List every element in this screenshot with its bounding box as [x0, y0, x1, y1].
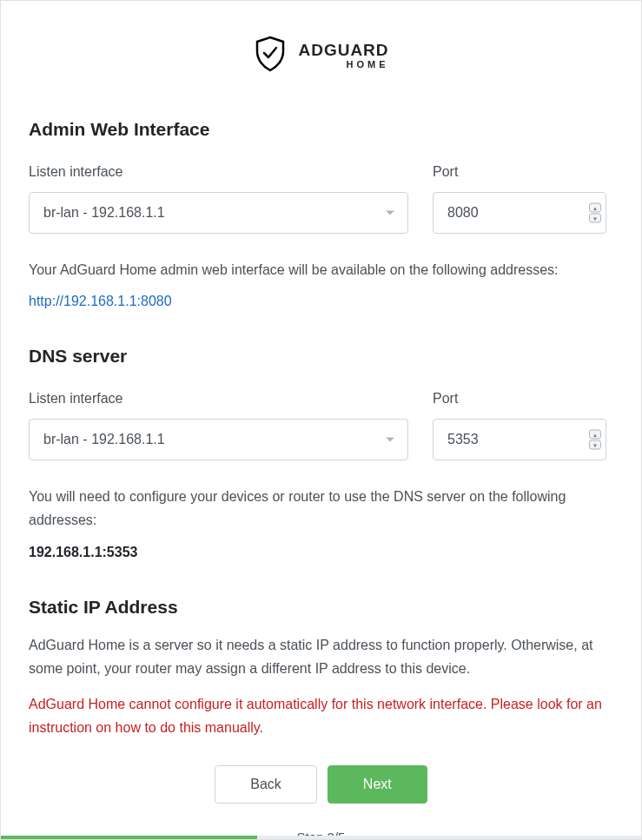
- port-increment-button[interactable]: ▲: [589, 430, 601, 440]
- dns-heading: DNS server: [29, 346, 613, 367]
- shield-icon: [253, 36, 288, 76]
- port-decrement-button[interactable]: ▼: [589, 214, 601, 223]
- admin-port-input[interactable]: [433, 192, 606, 234]
- port-decrement-button[interactable]: ▼: [589, 440, 601, 450]
- next-button[interactable]: Next: [328, 765, 427, 804]
- logo: ADGUARD HOME: [29, 36, 613, 76]
- back-button[interactable]: Back: [215, 765, 317, 804]
- port-increment-button[interactable]: ▲: [589, 203, 601, 213]
- static-ip-description: AdGuard Home is a server so it needs a s…: [29, 633, 613, 680]
- dns-address: 192.168.1.1:5353: [29, 545, 613, 560]
- dns-section: DNS server Listen interface Port ▲ ▼: [29, 346, 613, 559]
- static-ip-heading: Static IP Address: [29, 597, 613, 618]
- static-ip-warning: AdGuard Home cannot configure it automat…: [29, 692, 613, 739]
- dns-listen-select[interactable]: [29, 419, 408, 460]
- progress-fill: [1, 836, 257, 839]
- admin-address-link[interactable]: http://192.168.1.1:8080: [29, 294, 172, 308]
- admin-description: Your AdGuard Home admin web interface wi…: [29, 258, 613, 281]
- admin-listen-label: Listen interface: [29, 164, 408, 180]
- logo-title: ADGUARD: [298, 42, 388, 58]
- admin-listen-select[interactable]: [29, 192, 408, 234]
- dns-description: You will need to configure your devices …: [29, 485, 613, 532]
- dns-port-label: Port: [433, 391, 606, 407]
- dns-port-input[interactable]: [433, 419, 606, 460]
- admin-section: Admin Web Interface Listen interface Por…: [29, 119, 613, 309]
- logo-subtitle: HOME: [298, 60, 388, 69]
- admin-port-label: Port: [433, 164, 606, 180]
- dns-listen-label: Listen interface: [29, 391, 408, 407]
- static-ip-section: Static IP Address AdGuard Home is a serv…: [29, 597, 613, 740]
- admin-heading: Admin Web Interface: [29, 119, 613, 140]
- progress-bar: [1, 836, 641, 839]
